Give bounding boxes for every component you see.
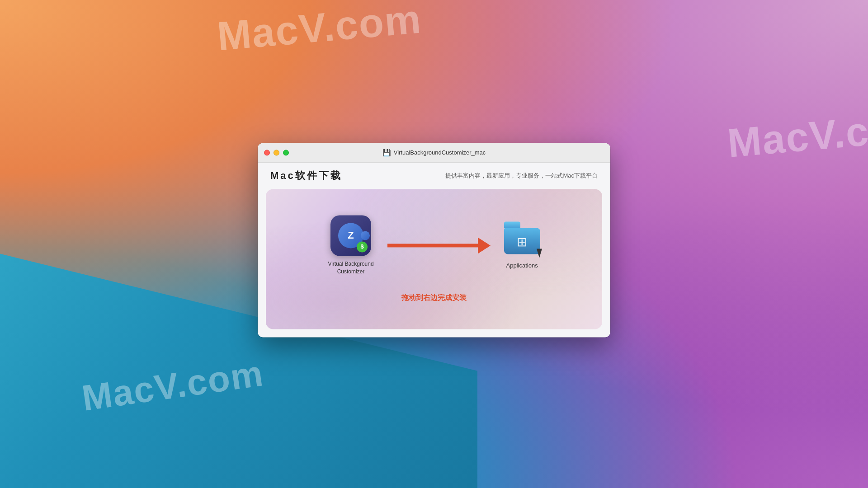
header-bar: Mac软件下载 提供丰富内容，最新应用，专业服务，一站式Mac下载平台 [258,163,610,189]
cursor-indicator [537,249,544,258]
applications-folder-icon: ⊞ [504,221,540,254]
window-title: VirtualBackgroundCustomizer_mac [394,149,486,156]
title-area: 💾 VirtualBackgroundCustomizer_mac [382,149,486,157]
arrow-head [478,237,491,253]
maximize-button[interactable] [283,150,289,155]
install-content: Z $ Virtual Background Customizer [328,215,540,303]
install-area: Z $ Virtual Background Customizer [266,189,602,329]
app-icon-inner: Z $ [330,215,371,256]
app-name-label: Virtual Background Customizer [328,260,373,276]
site-logo: Mac软件下载 [270,169,342,183]
traffic-lights [264,150,289,155]
app-icon-wrapper: Z $ Virtual Background Customizer [328,215,373,276]
applications-label: Applications [506,262,538,269]
minimize-button[interactable] [274,150,279,155]
close-button[interactable] [264,150,270,155]
titlebar: 💾 VirtualBackgroundCustomizer_mac [258,143,610,163]
site-slogan: 提供丰富内容，最新应用，专业服务，一站式Mac下载平台 [445,172,598,180]
drag-instruction: 拖动到右边完成安装 [401,294,467,303]
folder-app-symbol: ⊞ [517,235,527,249]
zoom-letter: Z [348,230,354,241]
folder-container: ⊞ [504,221,540,254]
title-disk-icon: 💾 [382,149,391,157]
folder-body: ⊞ [504,228,540,254]
folder-tab [504,221,520,228]
applications-folder-wrapper: ⊞ Applications [504,221,540,269]
install-row: Z $ Virtual Background Customizer [328,215,540,276]
app-icon: Z $ [330,215,371,256]
dollar-badge: $ [357,241,368,252]
install-arrow [387,237,491,253]
installer-window: 💾 VirtualBackgroundCustomizer_mac Mac软件下… [258,143,610,337]
arrow-shaft [387,244,478,247]
